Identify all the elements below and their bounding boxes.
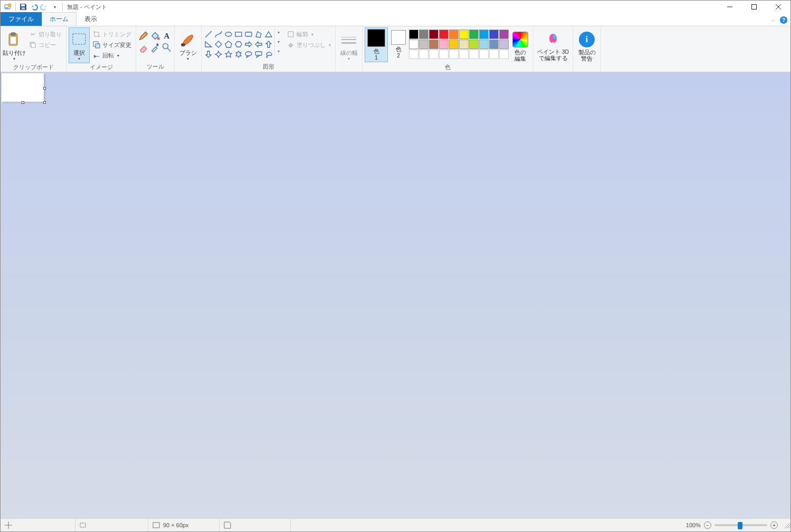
palette-empty[interactable]: [469, 50, 479, 59]
cut-button[interactable]: ✂切り取り: [27, 30, 64, 39]
palette-color[interactable]: [459, 30, 469, 39]
shape-diamond[interactable]: [214, 40, 223, 49]
shape-arrow-left[interactable]: [254, 40, 263, 49]
zoom-in-button[interactable]: +: [770, 521, 778, 529]
crop-button[interactable]: トリミング: [91, 30, 134, 39]
select-button[interactable]: 選択 ▾: [69, 27, 90, 63]
product-alert-button[interactable]: i 製品の 警告: [575, 27, 598, 63]
shapes-gallery[interactable]: [204, 27, 273, 59]
copy-button[interactable]: コピー: [27, 40, 64, 50]
maximize-button[interactable]: [742, 1, 766, 13]
shape-hexagon[interactable]: [234, 40, 243, 49]
palette-empty[interactable]: [429, 50, 439, 59]
magnifier-tool[interactable]: [161, 42, 172, 53]
resize-handle-corner[interactable]: [43, 101, 46, 104]
close-button[interactable]: [766, 1, 790, 13]
zoom-slider-thumb[interactable]: [738, 522, 742, 529]
help-icon[interactable]: ?: [780, 16, 787, 24]
shape-4star[interactable]: [214, 50, 223, 59]
resize-button[interactable]: サイズ変更: [91, 40, 134, 50]
palette-empty[interactable]: [409, 50, 418, 59]
palette-color[interactable]: [419, 30, 428, 39]
palette-color[interactable]: [439, 40, 449, 49]
canvas-workspace[interactable]: [1, 72, 790, 518]
shape-right-triangle[interactable]: [204, 40, 213, 49]
shape-arrow-right[interactable]: [244, 40, 253, 49]
palette-color[interactable]: [459, 40, 469, 49]
palette-color[interactable]: [489, 30, 499, 39]
shape-line[interactable]: [204, 30, 213, 39]
palette-color[interactable]: [409, 30, 418, 39]
resize-grip[interactable]: [783, 521, 790, 529]
outline-button[interactable]: 輪郭▾: [285, 30, 333, 39]
shape-pentagon[interactable]: [224, 40, 233, 49]
tab-file[interactable]: ファイル: [1, 12, 42, 26]
shape-arrow-up[interactable]: [264, 40, 273, 49]
palette-color[interactable]: [409, 40, 418, 49]
eraser-tool[interactable]: [138, 42, 149, 53]
fill-shape-button[interactable]: 塗りつぶし▾: [285, 40, 333, 50]
shape-polygon[interactable]: [254, 30, 263, 39]
shape-oval[interactable]: [224, 30, 233, 39]
shape-5star[interactable]: [224, 50, 233, 59]
text-tool[interactable]: A: [161, 31, 172, 41]
palette-empty[interactable]: [439, 50, 449, 59]
palette-color[interactable]: [489, 40, 499, 49]
picker-tool[interactable]: [150, 42, 160, 53]
color2-button[interactable]: 色 2: [389, 27, 408, 60]
info-icon: i: [579, 32, 595, 47]
pencil-tool[interactable]: [138, 31, 149, 41]
palette-color[interactable]: [449, 30, 459, 39]
palette-color[interactable]: [499, 30, 509, 39]
palette-color[interactable]: [479, 30, 489, 39]
paint3d-button[interactable]: ペイント 3D で編集する: [536, 27, 570, 63]
palette-empty[interactable]: [489, 50, 499, 59]
resize-handle-right[interactable]: [43, 87, 46, 90]
shape-callout-round[interactable]: [244, 50, 253, 59]
shape-6star[interactable]: [234, 50, 243, 59]
shape-triangle[interactable]: [264, 30, 273, 39]
palette-empty[interactable]: [459, 50, 469, 59]
canvas[interactable]: [2, 73, 44, 102]
qat-customize-icon[interactable]: ▾: [51, 3, 59, 11]
brushes-button[interactable]: ブラシ ▾: [177, 27, 199, 63]
palette-color[interactable]: [479, 40, 489, 49]
undo-icon[interactable]: [30, 3, 38, 11]
color-palette[interactable]: [409, 27, 509, 59]
shape-roundrect[interactable]: [244, 30, 253, 39]
palette-empty[interactable]: [419, 50, 428, 59]
fill-tool[interactable]: [150, 31, 160, 41]
zoom-out-button[interactable]: −: [704, 521, 711, 529]
paste-button[interactable]: 貼り付け ▾: [3, 27, 26, 63]
shape-callout-rect[interactable]: [254, 50, 263, 59]
palette-color[interactable]: [499, 40, 509, 49]
linewidth-button[interactable]: 線の幅 ▾: [338, 27, 360, 63]
color1-button[interactable]: 色 1: [365, 27, 388, 62]
palette-empty[interactable]: [449, 50, 459, 59]
tab-home[interactable]: ホーム: [42, 12, 77, 26]
palette-color[interactable]: [469, 30, 479, 39]
palette-color[interactable]: [429, 40, 439, 49]
palette-color[interactable]: [419, 40, 428, 49]
palette-color[interactable]: [439, 30, 449, 39]
edit-colors-button[interactable]: 色の 編集: [510, 27, 531, 63]
redo-icon[interactable]: [40, 3, 49, 11]
svg-point-14: [157, 37, 160, 40]
tab-view[interactable]: 表示: [77, 12, 105, 26]
resize-handle-bottom[interactable]: [22, 101, 24, 104]
rotate-button[interactable]: 回転▾: [91, 51, 134, 60]
minimize-button[interactable]: [718, 1, 742, 13]
save-icon[interactable]: [19, 3, 27, 11]
palette-empty[interactable]: [479, 50, 489, 59]
collapse-ribbon-icon[interactable]: ︿: [770, 16, 776, 24]
shape-curve[interactable]: [214, 30, 223, 39]
shape-arrow-down[interactable]: [204, 50, 213, 59]
shape-rect[interactable]: [234, 30, 243, 39]
palette-color[interactable]: [449, 40, 459, 49]
palette-color[interactable]: [469, 40, 479, 49]
palette-color[interactable]: [429, 30, 439, 39]
palette-empty[interactable]: [499, 50, 509, 59]
zoom-slider[interactable]: [714, 524, 767, 526]
shape-callout-cloud[interactable]: [264, 50, 273, 59]
shapes-scroll[interactable]: ▴▾▾: [274, 27, 282, 56]
